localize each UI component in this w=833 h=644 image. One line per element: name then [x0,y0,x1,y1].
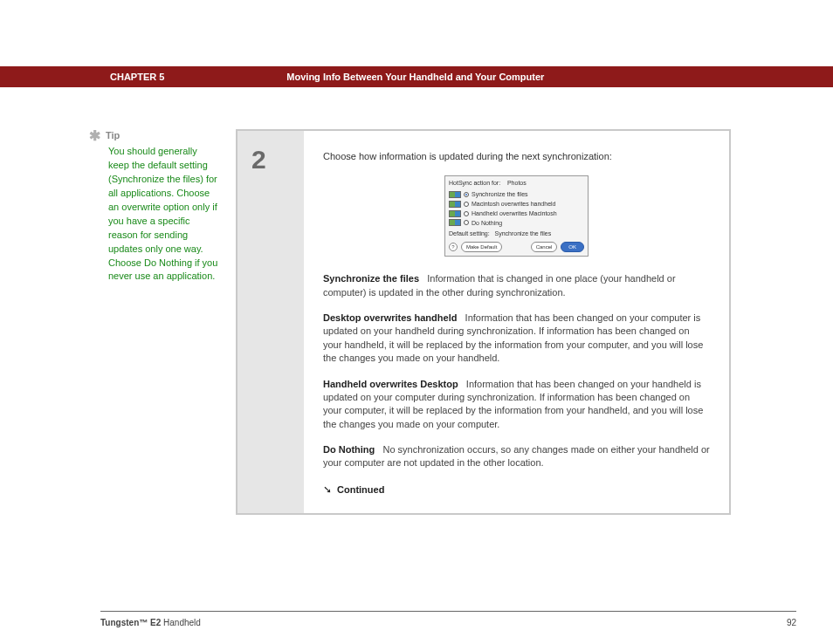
definition-term: Handheld overwrites Desktop [323,379,458,389]
continued-arrow-icon: ➘ [323,483,332,497]
dialog-default-prefix: Default setting: [449,230,490,236]
dialog-option-label: Handheld overwrites Macintosh [472,209,557,218]
dialog-option-label: Macintosh overwrites handheld [472,200,556,209]
sync-direction-icon [449,201,461,208]
chapter-header: CHAPTER 5 Moving Info Between Your Handh… [0,66,833,87]
dialog-option[interactable]: Do Nothing [449,219,584,228]
dialog-default-value: Synchronize the files [495,230,552,236]
step-content: Choose how information is updated during… [304,131,729,513]
step-number-column: 2 [238,131,304,513]
dialog-option-label: Do Nothing [472,219,502,228]
chapter-title: Moving Info Between Your Handheld and Yo… [286,72,544,82]
hotsync-dialog: HotSync action for: Photos Synchronize t… [444,175,589,257]
dialog-option[interactable]: Synchronize the files [449,190,584,199]
continued-label: Continued [337,483,384,497]
dialog-option[interactable]: Macintosh overwrites handheld [449,200,584,209]
tip-sidebar: ✱ Tip You should generally keep the defa… [0,129,236,515]
sync-direction-icon [449,219,461,226]
tip-label: Tip [106,129,120,143]
radio-button[interactable] [464,202,469,207]
definition-paragraph: Handheld overwrites Desktop Information … [323,378,710,432]
sync-direction-icon [449,191,461,198]
page-body: ✱ Tip You should generally keep the defa… [0,129,833,515]
product-name-rest: Handheld [161,618,201,627]
dialog-title-item: Photos [507,180,527,186]
cancel-button[interactable]: Cancel [531,242,558,252]
product-name: Tungsten™ E2 Handheld [100,618,201,627]
asterisk-icon: ✱ [89,129,100,143]
continued-row: ➘ Continued [323,483,710,497]
definition-paragraph: Desktop overwrites handheld Information … [323,312,710,366]
radio-button[interactable] [464,211,469,216]
definition-term: Desktop overwrites handheld [323,312,457,323]
dialog-default-row: Default setting: Synchronize the files [449,230,584,238]
dialog-option-label: Synchronize the files [472,190,528,199]
dialog-screenshot-wrap: HotSync action for: Photos Synchronize t… [323,175,710,257]
sync-direction-icon [449,210,461,217]
radio-button[interactable] [464,220,469,225]
definition-paragraph: Synchronize the files Information that i… [323,272,710,299]
radio-button[interactable] [464,192,469,197]
page-footer: Tungsten™ E2 Handheld 92 [100,618,796,627]
footer-rule [100,611,796,612]
tip-body: You should generally keep the default se… [108,145,218,284]
product-name-bold: Tungsten™ E2 [100,618,161,627]
dialog-button-row: ? Make Default Cancel OK [449,242,584,252]
make-default-button[interactable]: Make Default [461,242,502,252]
page-number: 92 [787,618,796,627]
definition-body: No synchronization occurs, so any change… [323,444,710,468]
step-panel: 2 Choose how information is updated duri… [236,129,731,515]
step-number: 2 [251,145,304,175]
step-instruction: Choose how information is updated during… [323,150,710,163]
dialog-option[interactable]: Handheld overwrites Macintosh [449,209,584,218]
chapter-label: CHAPTER 5 [110,72,164,82]
ok-button[interactable]: OK [561,242,584,252]
definition-term: Do Nothing [323,444,375,455]
definition-term: Synchronize the files [323,273,419,284]
definition-paragraph: Do Nothing No synchronization occurs, so… [323,443,710,470]
dialog-title: HotSync action for: Photos [449,179,584,188]
dialog-title-prefix: HotSync action for: [449,180,500,186]
help-icon[interactable]: ? [449,243,458,251]
